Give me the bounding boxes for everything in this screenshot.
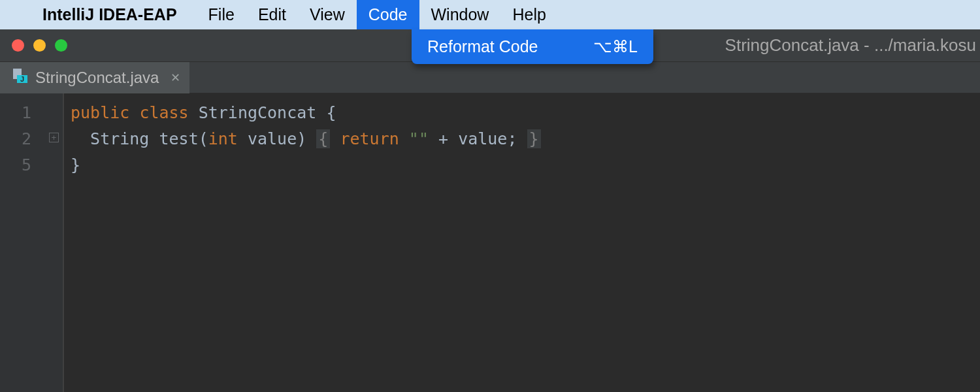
line-number: 2 +	[0, 126, 63, 152]
menu-window[interactable]: Window	[419, 0, 501, 29]
indent-guide	[63, 93, 64, 392]
line-number: 1	[0, 100, 63, 126]
line-number: 5	[0, 152, 63, 178]
window-title: StringConcat.java - .../maria.kosu	[725, 35, 980, 56]
java-class-file-icon: J	[13, 69, 27, 87]
svg-text:J: J	[20, 75, 24, 83]
file-tab-label: StringConcat.java	[35, 69, 159, 87]
line-gutter: 1 2 + 5	[0, 93, 63, 392]
menu-view[interactable]: View	[298, 0, 357, 29]
macos-menubar: IntelliJ IDEA-EAP File Edit View Code Wi…	[0, 0, 980, 29]
dropdown-shortcut: ⌥⌘L	[593, 37, 638, 56]
menu-edit[interactable]: Edit	[246, 0, 298, 29]
code-line: }	[71, 152, 541, 178]
menu-code[interactable]: Code	[357, 0, 419, 29]
editor-tabbar: J StringConcat.java ✕	[0, 62, 980, 93]
fold-expand-icon[interactable]: +	[49, 133, 59, 142]
close-window-icon[interactable]	[12, 39, 24, 52]
close-tab-icon[interactable]: ✕	[167, 71, 180, 85]
file-tab[interactable]: J StringConcat.java ✕	[0, 62, 189, 93]
menu-file[interactable]: File	[197, 0, 246, 29]
code-area[interactable]: public class StringConcat { String test(…	[63, 93, 541, 392]
menu-item-reformat-code[interactable]: Reformat Code ⌥⌘L	[412, 35, 653, 59]
code-line: public class StringConcat {	[71, 100, 541, 126]
window-controls	[0, 39, 67, 52]
minimize-window-icon[interactable]	[33, 39, 46, 52]
app-name[interactable]: IntelliJ IDEA-EAP	[42, 5, 190, 24]
code-editor[interactable]: 1 2 + 5 public class StringConcat { Stri…	[0, 93, 980, 392]
zoom-window-icon[interactable]	[55, 39, 67, 52]
code-menu-dropdown: Reformat Code ⌥⌘L	[412, 29, 653, 64]
code-line: String test(int value) { return "" + val…	[71, 126, 541, 152]
dropdown-label: Reformat Code	[427, 37, 538, 56]
menu-help[interactable]: Help	[500, 0, 557, 29]
